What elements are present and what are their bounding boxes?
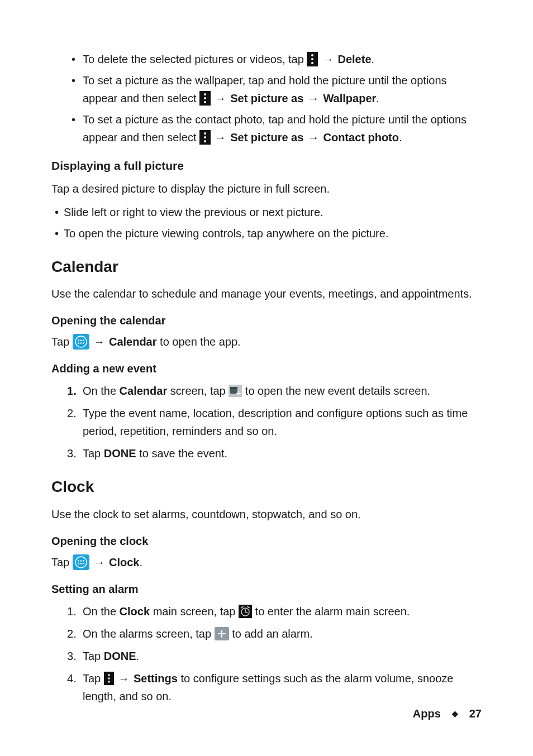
displaying-bullets: Slide left or right to view the previous…: [51, 203, 482, 242]
svg-point-10: [204, 136, 206, 138]
list-item: To set a picture as the wallpaper, tap a…: [83, 71, 482, 107]
page: To delete the selected pictures or video…: [0, 0, 533, 756]
text: Tap: [83, 650, 104, 662]
heading-calendar: Calendar: [51, 255, 482, 280]
text: On the: [83, 605, 120, 618]
svg-point-7: [204, 101, 206, 103]
heading-clock: Clock: [51, 475, 482, 500]
svg-point-28: [80, 560, 82, 562]
button-name: DONE: [104, 650, 136, 662]
svg-point-19: [83, 342, 84, 344]
gallery-options-list: To delete the selected pictures or video…: [51, 50, 482, 146]
text: .: [372, 53, 375, 65]
arrow: →: [321, 50, 335, 68]
text: to open the new event details screen.: [245, 385, 430, 397]
overflow-menu-icon: [199, 130, 211, 145]
footer-page-number: 27: [469, 705, 482, 722]
arrow: →: [214, 89, 227, 107]
text: Tap: [83, 672, 104, 685]
arrow: →: [117, 669, 130, 687]
svg-point-17: [78, 342, 79, 344]
text: to open the app.: [157, 336, 241, 348]
paragraph: Tap → Calendar to open the app.: [51, 333, 482, 351]
svg-point-6: [204, 97, 206, 99]
text: To delete the selected pictures or video…: [83, 53, 307, 65]
text: main screen, tap: [150, 605, 239, 618]
step: Tap → Settings to configure settings suc…: [83, 669, 482, 705]
text: On the: [83, 385, 120, 397]
list-item: To delete the selected pictures or video…: [83, 50, 482, 68]
svg-point-32: [83, 563, 84, 564]
svg-point-5: [204, 93, 206, 95]
text: .: [139, 556, 142, 568]
overflow-menu-icon: [104, 672, 114, 685]
heading-opening-clock: Opening the clock: [51, 532, 482, 550]
svg-point-43: [108, 674, 110, 676]
text: to add an alarm.: [232, 628, 313, 640]
svg-point-18: [80, 342, 82, 344]
page-footer: Apps ◆ 27: [413, 705, 482, 722]
diamond-icon: ◆: [452, 707, 458, 720]
list-item: To set a picture as the contact photo, t…: [83, 111, 482, 146]
text: .: [136, 650, 140, 662]
step: Type the event name, location, descripti…: [83, 404, 482, 440]
svg-point-2: [311, 58, 313, 60]
arrow: →: [307, 89, 320, 107]
step: On the alarms screen, tap to add an alar…: [83, 625, 482, 643]
text: Tap: [51, 336, 73, 348]
heading-opening-calendar: Opening the calendar: [51, 312, 482, 329]
svg-point-11: [204, 140, 206, 142]
action-name: Set picture as: [230, 131, 303, 143]
action-name: Wallpaper: [323, 92, 376, 104]
action-name: Set picture as: [230, 92, 303, 104]
svg-point-3: [311, 62, 313, 64]
apps-grid-icon: [73, 554, 89, 570]
svg-point-29: [83, 560, 84, 562]
text: screen, tap: [167, 385, 229, 397]
step: Tap DONE.: [83, 647, 482, 665]
overflow-menu-icon: [199, 91, 211, 106]
screen-name: Clock: [120, 605, 150, 618]
arrow: →: [214, 128, 227, 146]
svg-rect-22: [230, 387, 237, 389]
paragraph: Tap a desired picture to display the pic…: [51, 180, 482, 198]
text: .: [376, 92, 379, 104]
paragraph: Use the calendar to schedule and manage …: [51, 285, 482, 303]
heading-adding-event: Adding a new event: [51, 360, 482, 377]
svg-point-14: [78, 339, 79, 341]
button-name: DONE: [104, 447, 136, 460]
svg-point-31: [80, 563, 82, 564]
footer-section: Apps: [413, 705, 441, 722]
arrow: →: [92, 553, 106, 571]
apps-grid-icon: [73, 334, 89, 350]
text: Tap: [83, 447, 104, 460]
text: On the alarms screen, tap: [83, 628, 215, 640]
svg-point-16: [83, 339, 84, 341]
arrow: →: [307, 128, 320, 146]
action-name: Delete: [337, 53, 371, 65]
overflow-menu-icon: [307, 52, 318, 66]
app-name: Calendar: [109, 336, 157, 348]
svg-point-30: [78, 563, 79, 564]
step: On the Clock main screen, tap to enter t…: [83, 602, 482, 620]
alarm-clock-icon: [239, 605, 252, 618]
action-name: Contact photo: [323, 131, 399, 143]
svg-point-27: [78, 560, 79, 562]
text: .: [399, 131, 402, 143]
text: Tap: [51, 556, 73, 568]
svg-point-44: [108, 677, 110, 680]
heading-displaying-full-picture: Displaying a full picture: [51, 156, 482, 175]
new-event-icon: [229, 385, 242, 397]
step: On the Calendar screen, tap to open the …: [83, 382, 482, 400]
svg-point-1: [311, 54, 313, 56]
list-item: Slide left or right to view the previous…: [64, 203, 482, 221]
heading-setting-alarm: Setting an alarm: [51, 580, 482, 598]
step: Tap DONE to save the event.: [83, 444, 482, 462]
arrow: →: [92, 333, 106, 351]
svg-point-15: [80, 339, 82, 341]
text: to enter the alarm main screen.: [255, 605, 410, 618]
clock-steps: On the Clock main screen, tap to enter t…: [51, 602, 482, 705]
menu-item-name: Settings: [134, 672, 178, 685]
svg-point-45: [108, 681, 110, 683]
paragraph: Tap → Clock.: [51, 553, 482, 571]
